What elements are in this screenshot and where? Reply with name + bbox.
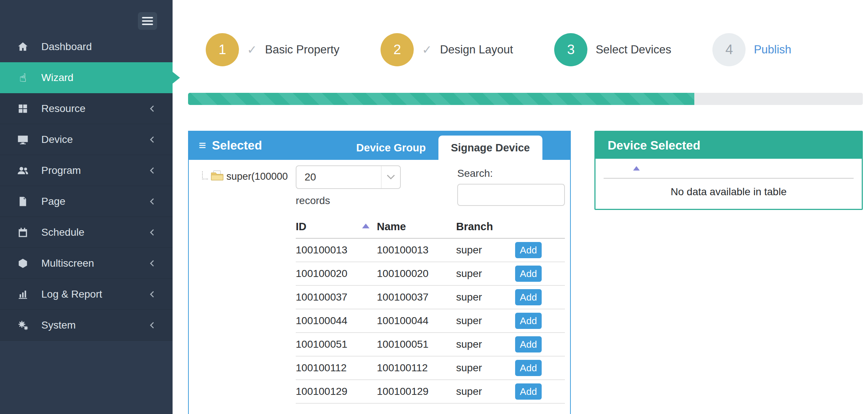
gears-icon (15, 319, 30, 331)
step-number-badge: 4 (712, 33, 746, 66)
selected-panel-title: Selected (212, 138, 262, 152)
selected-panel: ≡ Selected Device Group Signage Device (188, 131, 571, 414)
sidebar-item-label: Dashboard (41, 41, 92, 53)
step-publish[interactable]: 4 Publish (712, 33, 791, 66)
device-selected-panel: Device Selected No data available in tab… (594, 131, 863, 210)
cell-name: 100100112 (377, 356, 456, 380)
cell-action: Add (515, 238, 565, 262)
search-control: Search: (457, 165, 565, 207)
device-table-body: 100100013100100013superAdd10010002010010… (296, 238, 565, 403)
table-row: 100100013100100013superAdd (296, 238, 565, 262)
step-label: Publish (754, 43, 791, 56)
table-row: 100100020100100020superAdd (296, 262, 565, 285)
cell-name: 100100051 (377, 333, 456, 356)
tree-item-super[interactable]: super(100000 (202, 170, 288, 183)
sidebar-item-page[interactable]: Page (0, 186, 173, 217)
table-row: 100100129100100129superAdd (296, 380, 565, 403)
cell-id: 100100051 (296, 333, 377, 356)
sidebar-item-dashboard[interactable]: Dashboard (0, 31, 173, 62)
add-device-button[interactable]: Add (515, 336, 542, 352)
cube-icon (15, 258, 30, 269)
cell-action: Add (515, 285, 565, 309)
chevron-left-icon (147, 320, 157, 330)
progress-fill (188, 93, 694, 105)
sidebar-item-label: Multiscreen (41, 257, 94, 269)
calendar-icon (15, 227, 30, 238)
sidebar-toggle-button[interactable] (138, 12, 157, 30)
search-label: Search: (457, 168, 565, 179)
page-size-control: 20 records (296, 165, 401, 207)
table-row: 100100112100100112superAdd (296, 356, 565, 380)
cell-branch: super (456, 285, 515, 309)
tab-signage-device[interactable]: Signage Device (438, 136, 542, 160)
sidebar-item-log-report[interactable]: Log & Report (0, 279, 173, 310)
chart-icon (15, 289, 30, 300)
add-device-button[interactable]: Add (515, 266, 542, 282)
sidebar: Dashboard ☝ Wizard Resource Device (0, 0, 173, 414)
sidebar-item-device[interactable]: Device (0, 124, 173, 155)
cell-branch: super (456, 238, 515, 262)
cell-name: 100100013 (377, 238, 456, 262)
column-header-branch[interactable]: Branch (456, 215, 515, 238)
cell-action: Add (515, 262, 565, 285)
sidebar-item-label: Log & Report (41, 288, 102, 300)
column-header-id[interactable]: ID (296, 215, 377, 238)
selected-panel-title-group: ≡ Selected (199, 138, 262, 152)
table-row: 100100044100100044superAdd (296, 309, 565, 333)
step-design-layout[interactable]: 2 ✓ Design Layout (381, 33, 513, 66)
add-device-button[interactable]: Add (515, 242, 542, 258)
sidebar-item-schedule[interactable]: Schedule (0, 217, 173, 248)
monitor-icon (15, 134, 30, 145)
cell-name: 100100037 (377, 285, 456, 309)
check-icon: ✓ (247, 43, 257, 57)
wizard-progress-bar (188, 93, 863, 105)
chevron-down-icon (381, 166, 400, 188)
sidebar-item-label: System (41, 319, 76, 331)
sidebar-item-wizard[interactable]: ☝ Wizard (0, 62, 173, 93)
sidebar-item-program[interactable]: Program (0, 155, 173, 186)
sidebar-item-label: Resource (41, 103, 86, 115)
tree-item-label: super(100000 (226, 171, 288, 183)
cell-branch: super (456, 380, 515, 403)
cell-name: 100100020 (377, 262, 456, 285)
chevron-left-icon (147, 166, 157, 175)
cell-name: 100100044 (377, 309, 456, 333)
sidebar-item-label: Program (41, 165, 81, 176)
table-row: 100100051100100051superAdd (296, 333, 565, 356)
sidebar-item-resource[interactable]: Resource (0, 93, 173, 124)
sidebar-item-label: Device (41, 134, 73, 145)
hand-pointer-icon: ☝ (15, 71, 30, 85)
chevron-left-icon (147, 259, 157, 268)
cell-action: Add (515, 356, 565, 380)
add-device-button[interactable]: Add (515, 313, 542, 329)
add-device-button[interactable]: Add (515, 289, 542, 305)
hamburger-icon (142, 20, 153, 22)
add-device-button[interactable]: Add (515, 360, 542, 376)
page-icon (15, 196, 30, 207)
sort-asc-icon (633, 166, 640, 171)
chevron-left-icon (147, 197, 157, 206)
sidebar-item-system[interactable]: System (0, 310, 173, 341)
page-size-select[interactable]: 20 (296, 165, 401, 189)
cell-id: 100100129 (296, 380, 377, 403)
step-basic-property[interactable]: 1 ✓ Basic Property (206, 33, 339, 66)
step-select-devices[interactable]: 3 Select Devices (554, 33, 671, 66)
cell-id: 100100013 (296, 238, 377, 262)
cell-branch: super (456, 333, 515, 356)
app-root: Dashboard ☝ Wizard Resource Device (0, 0, 868, 414)
step-label: Basic Property (265, 43, 340, 56)
step-label: Design Layout (440, 43, 513, 56)
sidebar-item-multiscreen[interactable]: Multiscreen (0, 248, 173, 279)
step-number-badge: 2 (381, 33, 414, 66)
folder-icon (211, 170, 223, 183)
column-header-name[interactable]: Name (377, 215, 456, 238)
check-icon: ✓ (422, 43, 432, 57)
add-device-button[interactable]: Add (515, 383, 542, 400)
page-size-value: 20 (305, 171, 316, 183)
step-label: Select Devices (596, 43, 671, 56)
cell-action: Add (515, 380, 565, 403)
search-input[interactable] (457, 184, 565, 206)
list-icon: ≡ (199, 138, 206, 152)
tab-device-group[interactable]: Device Group (344, 136, 438, 160)
sort-asc-icon (362, 224, 369, 228)
